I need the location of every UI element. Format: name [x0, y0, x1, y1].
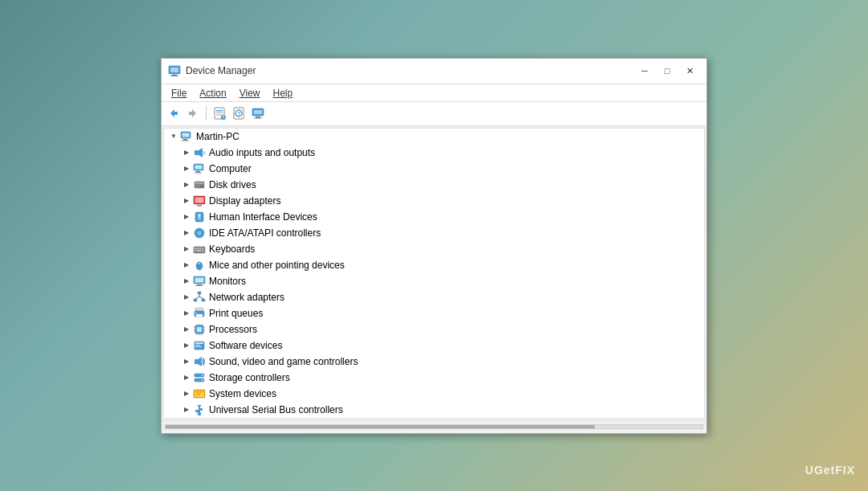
device-manager-window: Device Manager ─ □ ✕ File Action View He… — [161, 58, 707, 434]
svg-rect-37 — [195, 197, 204, 203]
svg-rect-63 — [194, 299, 197, 301]
audio-label: Audio inputs and outputs — [209, 147, 315, 158]
svg-point-95 — [202, 379, 203, 381]
properties-button[interactable]: ? — [211, 104, 228, 122]
display-chevron — [180, 194, 193, 207]
root-label: Martin-PC — [196, 131, 240, 142]
root-chevron — [167, 130, 180, 143]
tree-item-computer[interactable]: Computer — [164, 161, 704, 177]
svg-point-35 — [201, 186, 203, 187]
svg-marker-91 — [198, 357, 202, 366]
svg-rect-53 — [202, 250, 203, 252]
svg-rect-20 — [254, 118, 262, 119]
svg-point-45 — [199, 232, 200, 234]
tree-item-system[interactable]: System devices — [164, 386, 704, 402]
svg-rect-64 — [202, 299, 205, 301]
svg-rect-19 — [256, 117, 260, 118]
minimize-button[interactable]: ─ — [634, 63, 655, 79]
tree-item-software[interactable]: Software devices — [164, 338, 704, 354]
svg-point-104 — [198, 412, 201, 415]
menu-action[interactable]: Action — [193, 86, 232, 100]
mice-chevron — [180, 259, 193, 272]
tree-item-processors[interactable]: Processors — [164, 321, 704, 338]
tree-item-monitors[interactable]: Monitors — [164, 273, 704, 289]
svg-marker-6 — [192, 109, 196, 117]
network-chevron — [180, 291, 193, 304]
svg-rect-48 — [197, 248, 199, 249]
computer-button[interactable] — [249, 104, 267, 122]
hid-icon — [193, 211, 206, 223]
svg-rect-38 — [197, 205, 202, 207]
processors-chevron — [180, 323, 193, 336]
help-button[interactable]: ? — [230, 104, 248, 122]
svg-rect-5 — [174, 112, 178, 115]
svg-rect-98 — [195, 391, 203, 393]
svg-rect-1 — [170, 68, 178, 72]
tree-item-display[interactable]: Display adapters — [164, 193, 704, 209]
menu-help[interactable]: Help — [267, 86, 300, 100]
network-icon — [193, 291, 206, 304]
tree-root[interactable]: Martin-PC — [164, 129, 704, 145]
computer-chevron — [180, 162, 193, 175]
print-icon — [193, 307, 206, 320]
tree-item-disk[interactable]: Disk drives — [164, 177, 704, 193]
maximize-button[interactable]: □ — [657, 63, 678, 79]
back-button[interactable] — [165, 104, 182, 122]
title-bar-buttons: ─ □ ✕ — [634, 63, 700, 79]
tree-item-audio[interactable]: )) Audio inputs and outputs — [164, 145, 704, 161]
close-button[interactable]: ✕ — [679, 63, 700, 79]
svg-rect-23 — [183, 139, 187, 141]
forward-button[interactable] — [184, 104, 202, 122]
audio-chevron — [180, 146, 193, 159]
ide-chevron — [180, 227, 193, 239]
svg-rect-52 — [197, 250, 201, 252]
tree-item-keyboard[interactable]: Keyboards — [164, 241, 704, 257]
software-icon — [193, 339, 206, 352]
sound-chevron — [180, 355, 193, 368]
disk-label: Disk drives — [209, 179, 256, 190]
mice-label: Mice and other pointing devices — [209, 260, 345, 271]
tree-item-print[interactable]: Print queues — [164, 305, 704, 321]
svg-point-94 — [202, 374, 203, 376]
svg-rect-61 — [195, 285, 203, 286]
sound-label: Sound, video and game controllers — [209, 356, 358, 367]
title-bar: Device Manager ─ □ ✕ — [162, 59, 706, 84]
svg-rect-57 — [199, 263, 200, 264]
svg-text:)): )) — [203, 150, 206, 155]
svg-marker-4 — [170, 109, 174, 117]
scrollbar-area — [162, 420, 706, 433]
tree-item-hid[interactable]: Human Interface Devices — [164, 209, 704, 225]
svg-line-67 — [199, 297, 203, 299]
svg-rect-10 — [216, 113, 223, 113]
svg-rect-49 — [199, 248, 201, 249]
tree-item-sound[interactable]: Sound, video and game controllers — [164, 354, 704, 370]
keyboard-icon — [193, 243, 206, 256]
tree-item-network[interactable]: Network adapters — [164, 289, 704, 305]
keyboard-chevron — [180, 243, 193, 256]
system-icon — [193, 387, 206, 400]
tree-item-usb[interactable]: Universal Serial Bus controllers — [164, 402, 704, 418]
svg-rect-51 — [194, 250, 196, 252]
tree-item-storage[interactable]: Storage controllers — [164, 370, 704, 386]
svg-point-40 — [198, 214, 201, 217]
menu-bar: File Action View Help — [162, 84, 706, 102]
svg-rect-89 — [195, 346, 202, 347]
toolbar: ? ? — [162, 102, 706, 126]
system-chevron — [180, 387, 193, 400]
content-area[interactable]: Martin-PC )) Audio inputs and outputs — [163, 128, 705, 419]
svg-rect-41 — [198, 217, 201, 218]
software-label: Software devices — [209, 340, 282, 351]
tree-item-ide[interactable]: IDE ATA/ATAPI controllers — [164, 225, 704, 241]
disk-chevron — [180, 178, 193, 191]
menu-file[interactable]: File — [165, 86, 193, 100]
svg-rect-24 — [182, 140, 189, 141]
monitors-label: Monitors — [209, 276, 246, 287]
processors-icon — [193, 323, 206, 336]
svg-rect-9 — [216, 110, 223, 112]
storage-icon — [193, 371, 206, 384]
svg-rect-60 — [197, 284, 202, 285]
tree-item-mice[interactable]: Mice and other pointing devices — [164, 257, 704, 273]
disk-icon — [193, 178, 206, 191]
usb-label: Universal Serial Bus controllers — [209, 404, 343, 415]
menu-view[interactable]: View — [233, 86, 267, 100]
